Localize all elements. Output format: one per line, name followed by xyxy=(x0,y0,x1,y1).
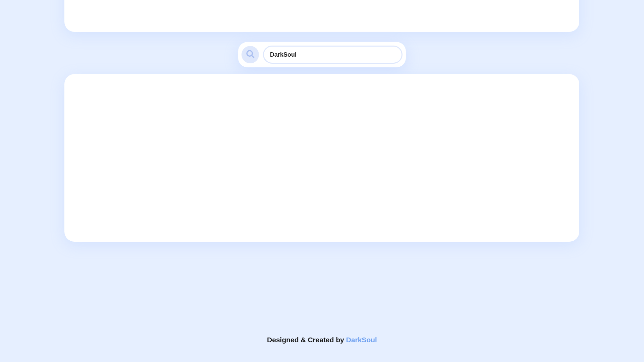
search-bar xyxy=(238,42,406,67)
search-input-wrapper xyxy=(263,46,402,64)
top-card xyxy=(64,0,579,32)
search-input[interactable] xyxy=(270,51,395,58)
author-link[interactable]: DarkSoul xyxy=(346,336,377,344)
svg-line-1 xyxy=(252,56,254,58)
footer: Designed & Created by DarkSoul xyxy=(0,336,644,344)
footer-text: Designed & Created by xyxy=(267,336,346,344)
search-button[interactable] xyxy=(241,46,259,63)
search-icon xyxy=(246,49,255,60)
main-card xyxy=(64,74,579,242)
